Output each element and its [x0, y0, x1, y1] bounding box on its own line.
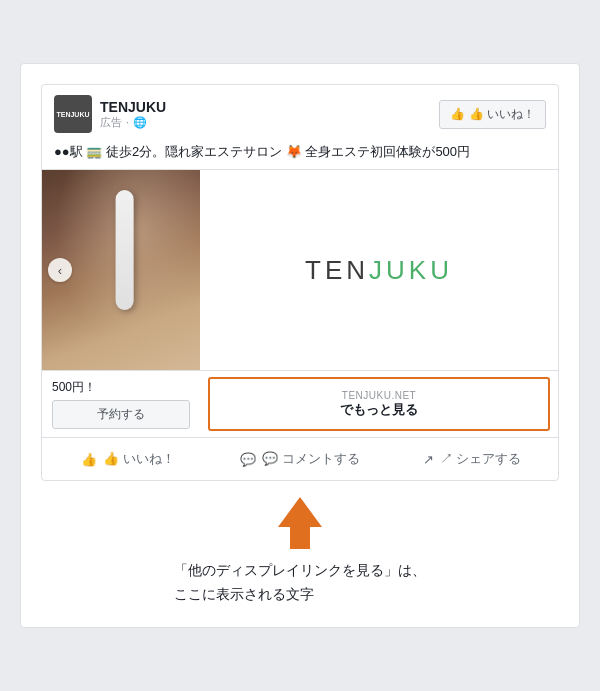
ad-label: 広告: [100, 115, 122, 130]
like-action-icon: 👍: [81, 452, 97, 467]
like-action[interactable]: 👍 👍 いいね！: [42, 442, 214, 476]
brand-logo: TENJUKU: [54, 95, 92, 133]
annotation-text: 「他のディスプレイリンクを見る」は、 ここに表示される文字: [164, 559, 436, 607]
outer-wrapper: TENJUKU TENJUKU 広告 · 🌐 👍 👍 いいね！ ●●駅 🚃 徒歩…: [20, 63, 580, 628]
bottom-strip: 500円！ 予約する TENJUKU.NET でもっと見る: [42, 370, 558, 437]
brand-part2: JUKU: [369, 255, 453, 285]
page-name[interactable]: TENJUKU: [100, 99, 166, 115]
facebook-card: TENJUKU TENJUKU 広告 · 🌐 👍 👍 いいね！ ●●駅 🚃 徒歩…: [41, 84, 559, 481]
page-info: TENJUKU 広告 · 🌐: [100, 99, 166, 130]
globe-icon: 🌐: [133, 116, 147, 129]
ad-text: ●●駅 🚃 徒歩2分。隠れ家エステサロン 🦊 全身エステ初回体験が500円: [42, 139, 558, 169]
brand-name: TENJUKU: [305, 255, 453, 286]
product-image: ‹: [42, 170, 200, 370]
price-text: 500円！: [52, 379, 190, 396]
action-bar: 👍 👍 いいね！ 💬 💬 コメントする ↗ ↗ シェアする: [42, 437, 558, 480]
comment-label: 💬 コメントする: [262, 450, 360, 468]
page-meta: 広告 · 🌐: [100, 115, 166, 130]
price-book-area: 500円！ 予約する: [42, 371, 200, 437]
brand-display: TENJUKU: [200, 170, 558, 370]
cta-box[interactable]: TENJUKU.NET でもっと見る: [208, 377, 550, 431]
comment-action[interactable]: 💬 💬 コメントする: [214, 442, 386, 476]
header-like-button[interactable]: 👍 👍 いいね！: [439, 100, 546, 129]
annotation-area: 「他のディスプレイリンクを見る」は、 ここに表示される文字: [41, 497, 559, 607]
brand-part1: TEN: [305, 255, 369, 285]
prev-arrow[interactable]: ‹: [48, 258, 72, 282]
fb-header: TENJUKU TENJUKU 広告 · 🌐 👍 👍 いいね！: [42, 85, 558, 139]
annotation-line2: ここに表示される文字: [174, 583, 426, 607]
comment-icon: 💬: [240, 452, 256, 467]
share-action[interactable]: ↗ ↗ シェアする: [386, 442, 558, 476]
annotation-line1: 「他のディスプレイリンクを見る」は、: [174, 559, 426, 583]
share-label: ↗ シェアする: [440, 450, 522, 468]
book-button[interactable]: 予約する: [52, 400, 190, 429]
arrow-stem: [290, 527, 310, 549]
share-icon: ↗: [423, 452, 434, 467]
like-icon: 👍: [450, 107, 465, 121]
logo-text: TENJUKU: [56, 111, 89, 118]
like-label: 👍 いいね！: [469, 106, 535, 123]
dot-separator: ·: [126, 116, 129, 128]
like-action-label: 👍 いいね！: [103, 450, 175, 468]
cta-domain: TENJUKU.NET: [342, 390, 416, 401]
arrow-up: [278, 497, 322, 527]
header-left: TENJUKU TENJUKU 広告 · 🌐: [54, 95, 166, 133]
cta-label: でもっと見る: [340, 401, 418, 419]
content-area: ‹ TENJUKU: [42, 169, 558, 370]
